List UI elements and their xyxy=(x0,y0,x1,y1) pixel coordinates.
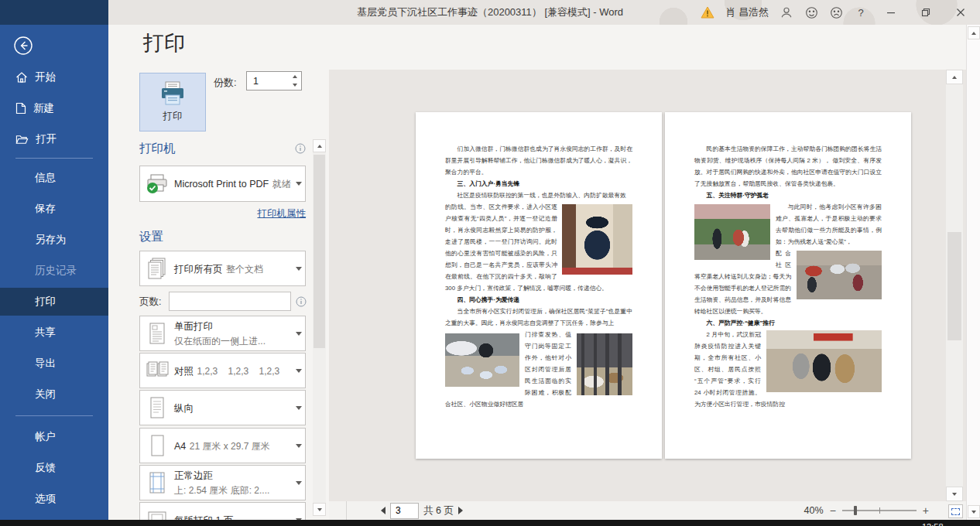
pages-info-icon[interactable] xyxy=(296,296,307,307)
pages-per-sheet-dropdown[interactable]: 每版打印 1 页 xyxy=(139,502,306,520)
doc-heading: 四、同心携手·为爱传递 xyxy=(445,294,632,306)
sidebar-item-share[interactable]: 共享 xyxy=(0,319,108,347)
sidebar-item-history: 历史记录 xyxy=(0,257,108,285)
print-range-dropdown[interactable]: 打印所有页 整个文档 xyxy=(139,251,306,286)
collation-dropdown[interactable]: 对照 1,2,3 1,2,3 1,2,3 xyxy=(139,353,306,388)
new-document-icon xyxy=(15,102,26,114)
close-button[interactable] xyxy=(944,0,977,25)
help-button[interactable]: ? xyxy=(849,0,872,25)
preview-page-right: 民的基本生活物资的保障工作，主动帮助各门栋团购的团长将生活物资卸货、维护现场秩序… xyxy=(665,112,911,459)
page-title: 打印 xyxy=(143,29,185,57)
copies-down-button[interactable] xyxy=(288,81,301,91)
print-button-label: 打印 xyxy=(163,110,183,123)
smiley-feedback-icon[interactable] xyxy=(800,0,823,25)
settings-scrollbar-thumb[interactable] xyxy=(314,155,325,348)
sidebar-item-label: 共享 xyxy=(0,326,56,340)
taskbar-sliver[interactable]: 12:58 xyxy=(0,520,980,526)
doc-paragraph: 社区是疫情联防联控的第一线，也是外防输入、内防扩散最有效 xyxy=(445,190,632,201)
sidebar-item-info[interactable]: 信息 xyxy=(0,164,108,192)
sidebar-item-print[interactable]: 打印 xyxy=(0,288,108,316)
paper-size-dropdown[interactable]: A4 21 厘米 x 29.7 厘米 xyxy=(139,428,306,463)
preview-scroll-down-button[interactable] xyxy=(946,487,963,501)
photo-grocery-delivery xyxy=(445,333,519,387)
settings-scroll-down-button[interactable] xyxy=(313,503,326,516)
photo-packages-at-gate xyxy=(577,333,632,395)
orientation-dropdown[interactable]: 纵向 xyxy=(139,390,306,425)
sidebar-divider xyxy=(15,158,93,159)
photo-street-trees xyxy=(694,204,770,260)
doc-heading: 三、入门入户·勇当先锋 xyxy=(445,178,632,190)
printer-info-icon[interactable] xyxy=(295,143,306,154)
sidebar-item-export[interactable]: 导出 xyxy=(0,350,108,377)
printer-properties-link[interactable]: 打印机属性 xyxy=(139,207,306,220)
chevron-down-icon xyxy=(293,267,305,271)
preview-scrollbar[interactable] xyxy=(946,70,963,501)
frowny-feedback-icon[interactable] xyxy=(824,0,848,25)
sidebar-item-account[interactable]: 帐户 xyxy=(0,423,108,451)
sidebar-item-label: 导出 xyxy=(0,357,56,371)
window-scrollbar[interactable] xyxy=(966,25,980,520)
open-folder-icon xyxy=(15,134,29,145)
sidebar-item-label: 反馈 xyxy=(0,461,56,475)
chevron-down-icon xyxy=(293,332,305,336)
back-arrow-icon[interactable] xyxy=(12,35,34,56)
chevron-down-icon xyxy=(293,406,305,410)
duplex-title: 单面打印 xyxy=(174,321,213,332)
window-scroll-down-button[interactable] xyxy=(968,505,980,518)
copies-label: 份数: xyxy=(214,76,237,90)
copies-stepper[interactable] xyxy=(246,71,302,91)
zoom-in-button[interactable]: + xyxy=(923,504,929,517)
print-range-title: 打印所有页 xyxy=(174,264,223,275)
copies-input[interactable] xyxy=(247,72,289,90)
print-range-subtitle: 整个文档 xyxy=(226,264,263,275)
print-preview-area: 们加入微信群，门栋微信群也成为了肖永俊同志的工作群，及时在群里开展引导解释帮辅工… xyxy=(329,70,966,501)
sidebar-item-save[interactable]: 保存 xyxy=(0,195,108,223)
previous-page-button[interactable] xyxy=(381,507,385,514)
sidebar-item-new[interactable]: 新建 xyxy=(0,94,108,122)
sidebar-item-close[interactable]: 关闭 xyxy=(0,381,108,408)
minimize-button[interactable] xyxy=(874,0,907,25)
sidebar-item-feedback[interactable]: 反馈 xyxy=(0,454,108,482)
margins-icon xyxy=(140,471,174,494)
pages-per-sheet-icon xyxy=(140,510,174,520)
print-all-pages-icon xyxy=(140,257,174,280)
zoom-slider-thumb[interactable] xyxy=(854,506,857,515)
margins-dropdown[interactable]: 正常边距 上: 2.54 厘米 底部: 2.... xyxy=(139,465,306,500)
print-button[interactable]: 打印 xyxy=(139,73,206,132)
copies-up-button[interactable] xyxy=(288,72,301,81)
sidebar-item-home[interactable]: 开始 xyxy=(0,63,108,91)
zoom-slider[interactable] xyxy=(842,510,917,511)
duplex-dropdown[interactable]: 单面打印 仅在纸面的一侧上进... xyxy=(139,316,306,351)
warning-icon[interactable] xyxy=(696,0,719,25)
photo-door-visit xyxy=(562,204,632,275)
restore-button[interactable] xyxy=(909,0,942,25)
sidebar-item-label: 另存为 xyxy=(0,233,67,247)
sidebar-item-label: 选项 xyxy=(0,492,56,506)
settings-section-header: 设置 xyxy=(139,229,163,245)
zoom-out-button[interactable]: − xyxy=(830,504,836,517)
preview-page-left: 们加入微信群，门栋微信群也成为了肖永俊同志的工作群，及时在群里开展引导解释帮辅工… xyxy=(416,112,662,459)
printer-status: 就绪 xyxy=(272,179,291,190)
paper-size-title: A4 xyxy=(174,441,186,452)
settings-scroll-up-button[interactable] xyxy=(313,139,326,152)
photo-checkpoint-masks xyxy=(766,330,882,392)
preview-scrollbar-thumb[interactable] xyxy=(947,232,961,340)
zoom-percent-label[interactable]: 40% xyxy=(804,505,824,516)
sidebar-item-open[interactable]: 打开 xyxy=(0,125,108,153)
window-scroll-up-button[interactable] xyxy=(968,26,980,39)
user-icon[interactable] xyxy=(775,0,798,25)
next-page-button[interactable] xyxy=(458,507,463,514)
current-page-input[interactable] xyxy=(390,503,419,519)
sidebar-item-label: 新建 xyxy=(33,101,54,115)
a4-paper-icon xyxy=(140,434,174,457)
sidebar-item-save-as[interactable]: 另存为 xyxy=(0,226,108,254)
preview-scroll-up-button[interactable] xyxy=(946,70,963,84)
account-user-name[interactable]: 肖 昌浩然 xyxy=(721,5,773,19)
sidebar-item-label: 帐户 xyxy=(0,430,56,444)
settings-scrollbar[interactable] xyxy=(313,139,326,516)
fit-to-page-button[interactable] xyxy=(948,504,963,518)
printer-select-dropdown[interactable]: Microsoft Print to PDF 就绪 xyxy=(139,166,306,202)
pages-range-input[interactable] xyxy=(169,292,291,311)
sidebar-item-label: 保存 xyxy=(0,202,56,216)
sidebar-item-options[interactable]: 选项 xyxy=(0,485,108,513)
